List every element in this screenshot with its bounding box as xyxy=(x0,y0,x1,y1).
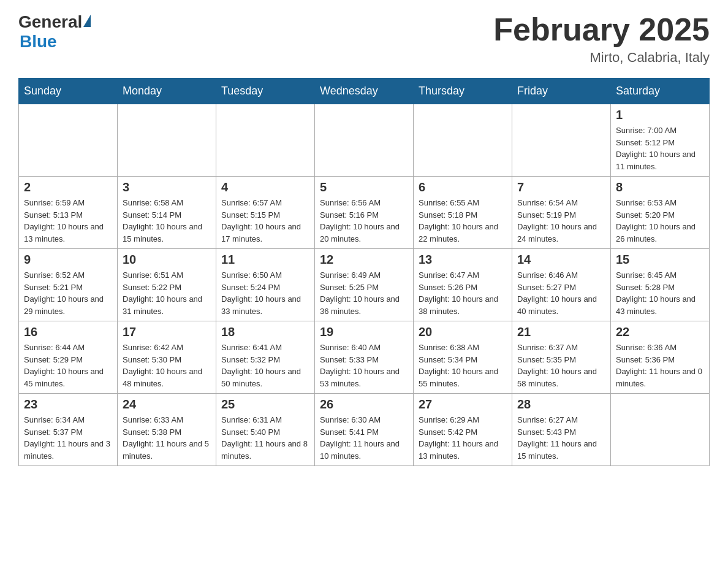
header-saturday: Saturday xyxy=(611,79,710,104)
calendar-cell-w4-d1: 16Sunrise: 6:44 AMSunset: 5:29 PMDayligh… xyxy=(19,321,118,394)
calendar-cell-w4-d3: 18Sunrise: 6:41 AMSunset: 5:32 PMDayligh… xyxy=(216,321,315,394)
day-number: 20 xyxy=(419,325,507,339)
day-info: Sunrise: 6:59 AMSunset: 5:13 PMDaylight:… xyxy=(24,197,112,245)
logo-blue-text: Blue xyxy=(20,32,57,51)
calendar-cell-w2-d5: 6Sunrise: 6:55 AMSunset: 5:18 PMDaylight… xyxy=(414,177,512,249)
calendar-cell-w5-d2: 24Sunrise: 6:33 AMSunset: 5:38 PMDayligh… xyxy=(118,394,216,466)
header-wednesday: Wednesday xyxy=(315,79,414,104)
calendar-cell-w4-d6: 21Sunrise: 6:37 AMSunset: 5:35 PMDayligh… xyxy=(512,321,611,394)
day-number: 28 xyxy=(517,397,605,412)
day-number: 1 xyxy=(616,108,704,122)
day-number: 8 xyxy=(616,180,704,194)
calendar-cell-w3-d5: 13Sunrise: 6:47 AMSunset: 5:26 PMDayligh… xyxy=(414,249,512,321)
calendar-cell-w5-d7 xyxy=(611,394,710,466)
page-header: General Blue February 2025 Mirto, Calabr… xyxy=(18,12,710,66)
day-info: Sunrise: 6:58 AMSunset: 5:14 PMDaylight:… xyxy=(123,197,211,245)
day-info: Sunrise: 6:37 AMSunset: 5:35 PMDaylight:… xyxy=(517,342,605,389)
day-info: Sunrise: 6:41 AMSunset: 5:32 PMDaylight:… xyxy=(221,342,309,389)
day-number: 17 xyxy=(123,325,211,339)
calendar-week-1: 1Sunrise: 7:00 AMSunset: 5:12 PMDaylight… xyxy=(19,104,710,177)
calendar-cell-w1-d2 xyxy=(118,104,216,177)
calendar-cell-w5-d6: 28Sunrise: 6:27 AMSunset: 5:43 PMDayligh… xyxy=(512,394,611,466)
header-friday: Friday xyxy=(512,79,611,104)
calendar-cell-w2-d4: 5Sunrise: 6:56 AMSunset: 5:16 PMDaylight… xyxy=(315,177,414,249)
day-info: Sunrise: 6:52 AMSunset: 5:21 PMDaylight:… xyxy=(24,269,112,317)
day-info: Sunrise: 6:44 AMSunset: 5:29 PMDaylight:… xyxy=(24,342,112,389)
calendar-cell-w5-d3: 25Sunrise: 6:31 AMSunset: 5:40 PMDayligh… xyxy=(216,394,315,466)
calendar-cell-w1-d6 xyxy=(512,104,611,177)
day-info: Sunrise: 6:53 AMSunset: 5:20 PMDaylight:… xyxy=(616,197,704,245)
day-number: 21 xyxy=(517,325,605,339)
day-info: Sunrise: 6:36 AMSunset: 5:36 PMDaylight:… xyxy=(616,342,704,389)
calendar-cell-w2-d7: 8Sunrise: 6:53 AMSunset: 5:20 PMDaylight… xyxy=(611,177,710,249)
day-number: 3 xyxy=(123,180,211,194)
calendar-cell-w3-d7: 15Sunrise: 6:45 AMSunset: 5:28 PMDayligh… xyxy=(611,249,710,321)
title-block: February 2025 Mirto, Calabria, Italy xyxy=(493,12,710,66)
logo: General Blue xyxy=(18,12,91,52)
day-info: Sunrise: 6:46 AMSunset: 5:27 PMDaylight:… xyxy=(517,269,605,317)
day-info: Sunrise: 6:47 AMSunset: 5:26 PMDaylight:… xyxy=(419,269,507,317)
header-tuesday: Tuesday xyxy=(216,79,315,104)
day-info: Sunrise: 6:55 AMSunset: 5:18 PMDaylight:… xyxy=(419,197,507,245)
day-number: 14 xyxy=(517,253,605,267)
day-info: Sunrise: 6:33 AMSunset: 5:38 PMDaylight:… xyxy=(123,414,211,462)
calendar-table: Sunday Monday Tuesday Wednesday Thursday… xyxy=(18,78,710,466)
day-number: 15 xyxy=(616,253,704,267)
day-info: Sunrise: 6:56 AMSunset: 5:16 PMDaylight:… xyxy=(320,197,408,245)
calendar-cell-w2-d1: 2Sunrise: 6:59 AMSunset: 5:13 PMDaylight… xyxy=(19,177,118,249)
calendar-cell-w1-d3 xyxy=(216,104,315,177)
day-number: 4 xyxy=(221,180,309,194)
day-number: 6 xyxy=(419,180,507,194)
day-number: 11 xyxy=(221,253,309,267)
day-info: Sunrise: 6:31 AMSunset: 5:40 PMDaylight:… xyxy=(221,414,309,462)
day-info: Sunrise: 6:57 AMSunset: 5:15 PMDaylight:… xyxy=(221,197,309,245)
calendar-cell-w1-d7: 1Sunrise: 7:00 AMSunset: 5:12 PMDaylight… xyxy=(611,104,710,177)
header-thursday: Thursday xyxy=(414,79,512,104)
day-number: 19 xyxy=(320,325,408,339)
day-info: Sunrise: 6:27 AMSunset: 5:43 PMDaylight:… xyxy=(517,414,605,462)
calendar-cell-w3-d1: 9Sunrise: 6:52 AMSunset: 5:21 PMDaylight… xyxy=(19,249,118,321)
day-info: Sunrise: 6:40 AMSunset: 5:33 PMDaylight:… xyxy=(320,342,408,389)
day-number: 9 xyxy=(24,253,112,267)
calendar-week-5: 23Sunrise: 6:34 AMSunset: 5:37 PMDayligh… xyxy=(19,394,710,466)
day-number: 22 xyxy=(616,325,704,339)
day-info: Sunrise: 6:29 AMSunset: 5:42 PMDaylight:… xyxy=(419,414,507,462)
day-number: 18 xyxy=(221,325,309,339)
day-number: 7 xyxy=(517,180,605,194)
calendar-week-4: 16Sunrise: 6:44 AMSunset: 5:29 PMDayligh… xyxy=(19,321,710,394)
calendar-cell-w3-d2: 10Sunrise: 6:51 AMSunset: 5:22 PMDayligh… xyxy=(118,249,216,321)
day-number: 25 xyxy=(221,397,309,412)
day-info: Sunrise: 6:49 AMSunset: 5:25 PMDaylight:… xyxy=(320,269,408,317)
header-monday: Monday xyxy=(118,79,216,104)
day-info: Sunrise: 6:54 AMSunset: 5:19 PMDaylight:… xyxy=(517,197,605,245)
calendar-cell-w4-d4: 19Sunrise: 6:40 AMSunset: 5:33 PMDayligh… xyxy=(315,321,414,394)
calendar-cell-w5-d1: 23Sunrise: 6:34 AMSunset: 5:37 PMDayligh… xyxy=(19,394,118,466)
logo-general-text: General xyxy=(18,12,82,32)
calendar-week-3: 9Sunrise: 6:52 AMSunset: 5:21 PMDaylight… xyxy=(19,249,710,321)
day-info: Sunrise: 6:34 AMSunset: 5:37 PMDaylight:… xyxy=(24,414,112,462)
day-number: 13 xyxy=(419,253,507,267)
calendar-cell-w4-d5: 20Sunrise: 6:38 AMSunset: 5:34 PMDayligh… xyxy=(414,321,512,394)
calendar-cell-w2-d3: 4Sunrise: 6:57 AMSunset: 5:15 PMDaylight… xyxy=(216,177,315,249)
day-number: 23 xyxy=(24,397,112,412)
day-info: Sunrise: 6:50 AMSunset: 5:24 PMDaylight:… xyxy=(221,269,309,317)
day-number: 2 xyxy=(24,180,112,194)
day-info: Sunrise: 7:00 AMSunset: 5:12 PMDaylight:… xyxy=(616,124,704,172)
calendar-cell-w5-d4: 26Sunrise: 6:30 AMSunset: 5:41 PMDayligh… xyxy=(315,394,414,466)
calendar-cell-w2-d2: 3Sunrise: 6:58 AMSunset: 5:14 PMDaylight… xyxy=(118,177,216,249)
logo-triangle-icon xyxy=(83,15,91,27)
day-info: Sunrise: 6:51 AMSunset: 5:22 PMDaylight:… xyxy=(123,269,211,317)
weekday-header-row: Sunday Monday Tuesday Wednesday Thursday… xyxy=(19,79,710,104)
header-sunday: Sunday xyxy=(19,79,118,104)
calendar-cell-w5-d5: 27Sunrise: 6:29 AMSunset: 5:42 PMDayligh… xyxy=(414,394,512,466)
calendar-cell-w4-d2: 17Sunrise: 6:42 AMSunset: 5:30 PMDayligh… xyxy=(118,321,216,394)
calendar-cell-w4-d7: 22Sunrise: 6:36 AMSunset: 5:36 PMDayligh… xyxy=(611,321,710,394)
calendar-cell-w2-d6: 7Sunrise: 6:54 AMSunset: 5:19 PMDaylight… xyxy=(512,177,611,249)
calendar-cell-w1-d5 xyxy=(414,104,512,177)
day-number: 27 xyxy=(419,397,507,412)
calendar-cell-w3-d4: 12Sunrise: 6:49 AMSunset: 5:25 PMDayligh… xyxy=(315,249,414,321)
calendar-cell-w3-d3: 11Sunrise: 6:50 AMSunset: 5:24 PMDayligh… xyxy=(216,249,315,321)
day-info: Sunrise: 6:45 AMSunset: 5:28 PMDaylight:… xyxy=(616,269,704,317)
day-number: 10 xyxy=(123,253,211,267)
location-title: Mirto, Calabria, Italy xyxy=(493,50,710,66)
